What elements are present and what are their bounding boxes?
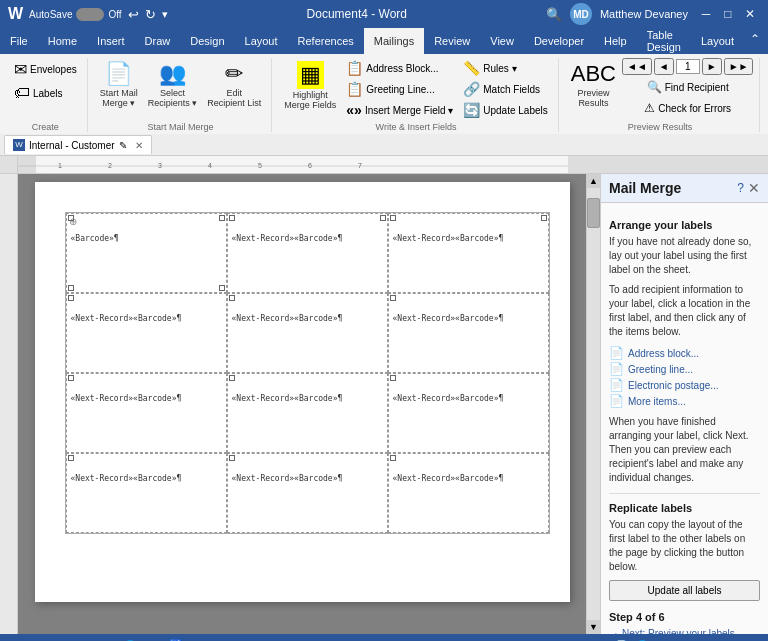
edit-recipient-icon: ✏ (225, 61, 243, 87)
tab-insert[interactable]: Insert (87, 28, 135, 54)
nav-next-button[interactable]: ► (702, 58, 722, 75)
electronic-postage-link-label: Electronic postage... (628, 380, 719, 391)
maximize-button[interactable]: □ (718, 6, 738, 22)
select-recipients-icon: 👥 (159, 61, 186, 87)
match-fields-button[interactable]: 🔗 Match Fields (459, 79, 552, 99)
address-block-link[interactable]: 📄 Address block... (609, 345, 760, 361)
write-insert-group-label: Write & Insert Fields (376, 120, 457, 132)
update-labels-button[interactable]: 🔄 Update Labels (459, 100, 552, 120)
arrange-text-3: When you have finished arranging your la… (609, 415, 760, 485)
greeting-line-link[interactable]: 📄 Greeting line... (609, 361, 760, 377)
tab-layout[interactable]: Layout (235, 28, 288, 54)
svg-text:3: 3 (158, 162, 162, 169)
ribbon-tabs: File Home Insert Draw Design Layout Refe… (0, 28, 768, 54)
label-cell-3-2[interactable]: «Next-Record»«Barcode»¶ (388, 453, 549, 533)
tab-mailings[interactable]: Mailings (364, 28, 424, 54)
panel-close-button[interactable]: ✕ (748, 180, 760, 196)
update-all-labels-button[interactable]: Update all labels (609, 580, 760, 601)
doc-tab-close-icon[interactable]: ✕ (135, 140, 143, 151)
label-cell-1-2[interactable]: «Next-Record»«Barcode»¶ (388, 293, 549, 373)
more-tools-icon[interactable]: ▾ (162, 8, 168, 21)
autosave-label: AutoSave (29, 9, 72, 20)
match-fields-icon: 🔗 (463, 81, 480, 97)
svg-text:1: 1 (58, 162, 62, 169)
scroll-down-button[interactable]: ▼ (587, 620, 600, 634)
update-labels-icon: 🔄 (463, 102, 480, 118)
tab-references[interactable]: References (288, 28, 364, 54)
panel-header-controls: ? ✕ (737, 180, 760, 196)
address-block-ribbon-button[interactable]: 📋 Address Block... (342, 58, 457, 78)
ribbon-collapse-btn[interactable]: ⌃ (744, 28, 766, 54)
highlight-merge-fields-button[interactable]: ▦ HighlightMerge Fields (280, 58, 340, 113)
autosave-switch[interactable] (76, 8, 104, 21)
label-cell-0-0[interactable]: ⊕ «Barcode»¶ (66, 213, 227, 293)
labels-button[interactable]: 🏷 Labels (10, 82, 81, 104)
document-area[interactable]: ⊕ «Barcode»¶ «Next-Record»«Barcode»¶ (18, 174, 586, 634)
label-cell-2-1[interactable]: «Next-Record»«Barcode»¶ (227, 373, 388, 453)
label-cell-2-0[interactable]: «Next-Record»«Barcode»¶ (66, 373, 227, 453)
tab-file[interactable]: File (0, 28, 38, 54)
tab-table-design[interactable]: Table Design (637, 28, 691, 54)
close-button[interactable]: ✕ (740, 6, 760, 22)
electronic-postage-link[interactable]: 📄 Electronic postage... (609, 377, 760, 393)
label-cell-1-0[interactable]: «Next-Record»«Barcode»¶ (66, 293, 227, 373)
envelopes-button[interactable]: ✉ Envelopes (10, 58, 81, 81)
cell-content-1-1: «Next-Record»«Barcode»¶ (232, 314, 383, 323)
scroll-up-button[interactable]: ▲ (587, 174, 600, 188)
nav-first-button[interactable]: ◄◄ (622, 58, 652, 75)
tab-layout2[interactable]: Layout (691, 28, 744, 54)
select-recipients-label: SelectRecipients ▾ (148, 88, 198, 108)
label-cell-1-1[interactable]: «Next-Record»«Barcode»¶ (227, 293, 388, 373)
tab-help[interactable]: Help (594, 28, 637, 54)
find-recipient-icon: 🔍 (647, 80, 662, 94)
scroll-track[interactable] (587, 188, 600, 620)
label-cell-0-2[interactable]: «Next-Record»«Barcode»¶ (388, 213, 549, 293)
tab-view[interactable]: View (480, 28, 524, 54)
record-number-input[interactable] (676, 59, 700, 74)
label-cell-3-1[interactable]: «Next-Record»«Barcode»¶ (227, 453, 388, 533)
next-step-link[interactable]: → Next: Preview your labels (609, 627, 760, 634)
tab-design[interactable]: Design (180, 28, 234, 54)
more-items-link[interactable]: 📄 More items... (609, 393, 760, 409)
tab-review[interactable]: Review (424, 28, 480, 54)
section-divider (609, 493, 760, 494)
corner-tl (68, 375, 74, 381)
more-items-link-label: More items... (628, 396, 686, 407)
label-cell-0-1[interactable]: «Next-Record»«Barcode»¶ (227, 213, 388, 293)
minimize-button[interactable]: ─ (696, 6, 716, 22)
create-group-label: Create (32, 120, 59, 132)
corner-br (219, 285, 225, 291)
tab-home[interactable]: Home (38, 28, 87, 54)
write-insert-items: ▦ HighlightMerge Fields 📋 Address Block.… (280, 58, 551, 120)
tab-draw[interactable]: Draw (135, 28, 181, 54)
svg-text:4: 4 (208, 162, 212, 169)
status-bar: Page 1 of 1 35 words 🌐 ✓ ♿ Focus 📖 📄 🌐 −… (0, 634, 768, 641)
rules-button[interactable]: 📏 Rules ▾ (459, 58, 552, 78)
scroll-thumb[interactable] (587, 198, 600, 228)
preview-results-button[interactable]: ABC PreviewResults (567, 58, 620, 111)
find-recipient-button[interactable]: 🔍 Find Recipient (643, 78, 733, 96)
corner-tl (390, 375, 396, 381)
vertical-scrollbar[interactable]: ▲ ▼ (586, 174, 600, 634)
doc-tab[interactable]: W Internal - Customer ✎ ✕ (4, 135, 152, 154)
edit-recipient-label: EditRecipient List (207, 88, 261, 108)
greeting-line-ribbon-button[interactable]: 📋 Greeting Line... (342, 79, 457, 99)
check-errors-button[interactable]: ⚠ Check for Errors (640, 99, 735, 117)
insert-merge-field-button[interactable]: «» Insert Merge Field ▾ (342, 100, 457, 120)
redo-icon[interactable]: ↻ (145, 7, 156, 22)
nav-last-button[interactable]: ►► (724, 58, 754, 75)
search-icon[interactable]: 🔍 (546, 7, 562, 22)
edit-recipient-list-button[interactable]: ✏ EditRecipient List (203, 58, 265, 111)
autosave-state: Off (108, 9, 121, 20)
nav-prev-button[interactable]: ◄ (654, 58, 674, 75)
undo-icon[interactable]: ↩ (128, 7, 139, 22)
ruler-area: 1 2 3 4 5 6 7 (18, 156, 768, 173)
start-mail-merge-button[interactable]: 📄 Start MailMerge ▾ (96, 58, 142, 111)
tab-developer[interactable]: Developer (524, 28, 594, 54)
select-recipients-button[interactable]: 👥 SelectRecipients ▾ (144, 58, 202, 111)
label-cell-2-2[interactable]: «Next-Record»«Barcode»¶ (388, 373, 549, 453)
document-page: ⊕ «Barcode»¶ «Next-Record»«Barcode»¶ (35, 182, 570, 602)
user-avatar[interactable]: MD (570, 3, 592, 25)
label-cell-3-0[interactable]: «Next-Record»«Barcode»¶ (66, 453, 227, 533)
panel-help-icon[interactable]: ? (737, 181, 744, 195)
